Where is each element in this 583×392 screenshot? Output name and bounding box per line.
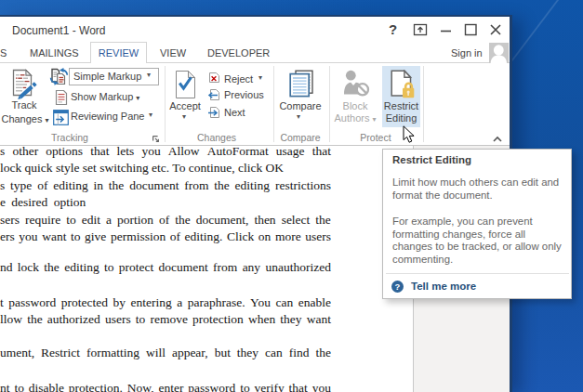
svg-text:?: ? [395, 281, 401, 292]
svg-text:?: ? [389, 22, 397, 37]
